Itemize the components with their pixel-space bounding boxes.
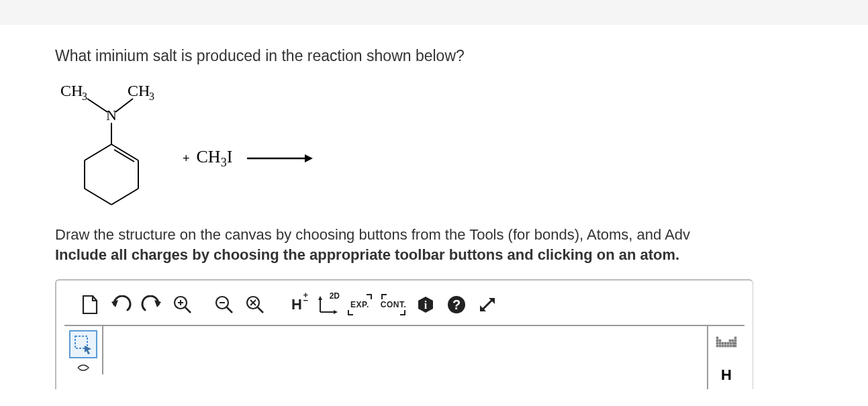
svg-rect-52 (722, 342, 724, 344)
svg-line-27 (258, 307, 263, 313)
svg-rect-48 (732, 340, 734, 342)
zoom-fit-button[interactable] (242, 291, 269, 318)
reagent-label: CH3I (197, 147, 233, 170)
svg-text:3: 3 (82, 91, 87, 102)
svg-rect-65 (734, 345, 736, 347)
plus-sign: + (183, 152, 190, 166)
svg-text:CH: CH (60, 82, 83, 99)
instructions-text: Draw the structure on the canvas by choo… (55, 225, 868, 264)
svg-rect-61 (724, 345, 726, 347)
redo-button[interactable] (138, 291, 165, 318)
svg-marker-16 (305, 154, 313, 162)
svg-text:i: i (424, 299, 428, 311)
svg-rect-55 (730, 342, 732, 344)
undo-button[interactable] (107, 291, 134, 318)
svg-text:CH: CH (128, 82, 150, 99)
svg-marker-33 (334, 310, 338, 314)
svg-rect-46 (719, 340, 721, 342)
top-header-band (0, 0, 868, 26)
marquee-select-tool[interactable] (69, 330, 97, 358)
hydrogen-toggle-button[interactable]: H +− (283, 291, 310, 318)
editor-body: H (64, 325, 744, 389)
svg-rect-56 (732, 342, 734, 344)
svg-rect-50 (716, 342, 718, 344)
svg-rect-60 (722, 345, 724, 347)
svg-rect-59 (719, 345, 721, 347)
svg-line-10 (85, 189, 111, 205)
svg-line-5 (115, 99, 133, 112)
svg-line-11 (111, 189, 138, 205)
svg-text:3: 3 (149, 91, 154, 102)
new-file-button[interactable] (77, 291, 103, 318)
svg-rect-64 (732, 345, 734, 347)
svg-line-8 (85, 144, 111, 160)
svg-rect-45 (716, 340, 718, 342)
question-content: What iminium salt is produced in the rea… (0, 26, 868, 389)
svg-rect-63 (730, 345, 732, 347)
right-toolbar: H (707, 326, 744, 389)
toolbar-top: H +− 2D EXP. CONT. (64, 287, 744, 325)
info-button[interactable]: i (412, 291, 439, 318)
help-button[interactable]: ? (443, 291, 470, 318)
svg-rect-49 (734, 340, 736, 342)
svg-marker-18 (154, 300, 161, 307)
svg-line-24 (227, 307, 232, 313)
periodic-table-button[interactable] (712, 330, 740, 358)
lasso-tool[interactable] (69, 361, 97, 374)
contract-button[interactable]: CONT. (379, 291, 408, 318)
svg-marker-32 (318, 296, 322, 300)
left-toolbar (64, 326, 102, 374)
svg-rect-54 (727, 342, 729, 344)
reaction-arrow-icon (246, 152, 313, 165)
enamine-structure: CH 3 CH 3 N (55, 81, 176, 209)
zoom-in-button[interactable] (169, 291, 196, 318)
svg-marker-42 (85, 346, 91, 354)
svg-rect-43 (716, 337, 718, 339)
structure-editor: H +− 2D EXP. CONT. (55, 279, 753, 389)
svg-line-4 (87, 99, 107, 112)
svg-rect-44 (734, 337, 736, 339)
reaction-diagram: CH 3 CH 3 N + CH3I (55, 81, 868, 209)
hydrogen-element-button[interactable]: H (712, 361, 740, 389)
svg-rect-62 (727, 345, 729, 347)
svg-rect-53 (724, 342, 726, 344)
svg-rect-51 (719, 342, 721, 344)
svg-rect-57 (734, 342, 736, 344)
svg-line-13 (111, 144, 138, 160)
zoom-out-button[interactable] (211, 291, 238, 318)
fullscreen-button[interactable] (474, 291, 501, 318)
2d-toggle-button[interactable]: 2D (314, 291, 341, 318)
svg-line-20 (185, 307, 191, 313)
question-text: What iminium salt is produced in the rea… (55, 47, 868, 65)
svg-text:?: ? (452, 297, 461, 312)
svg-marker-17 (111, 300, 118, 307)
expand-button[interactable]: EXP. (345, 291, 375, 318)
svg-rect-58 (716, 345, 718, 347)
svg-text:N: N (106, 107, 117, 123)
drawing-canvas[interactable] (102, 326, 707, 374)
svg-rect-47 (729, 340, 731, 342)
